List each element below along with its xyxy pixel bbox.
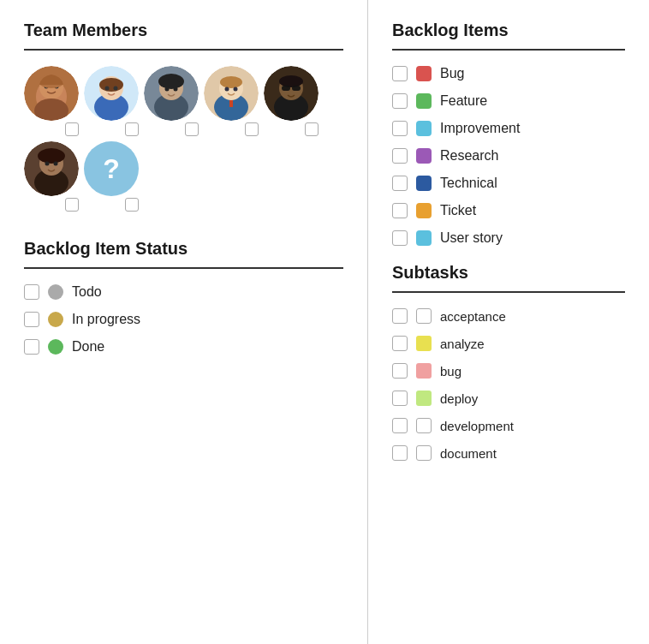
member-item: ? bbox=[84, 141, 139, 212]
member-item bbox=[144, 66, 199, 136]
subtask-label-analyze: analyze bbox=[440, 337, 485, 351]
status-dot-todo bbox=[48, 284, 63, 300]
status-checkbox-todo[interactable] bbox=[24, 284, 39, 300]
subtask-outer-checkbox-bug[interactable] bbox=[392, 363, 408, 379]
backlog-item-feature: Feature bbox=[392, 93, 625, 109]
svg-point-19 bbox=[165, 87, 170, 92]
svg-point-12 bbox=[114, 86, 118, 91]
backlog-checkbox-improvement[interactable] bbox=[392, 121, 408, 136]
status-item-todo: Todo bbox=[24, 284, 343, 300]
backlog-checkbox-ticket[interactable] bbox=[392, 203, 408, 218]
member-checkbox[interactable] bbox=[305, 122, 319, 136]
subtask-item-analyze: analyze bbox=[392, 336, 622, 351]
status-item-in-progress: In progress bbox=[24, 312, 343, 327]
subtask-label-bug: bug bbox=[440, 364, 461, 379]
backlog-color-ticket bbox=[416, 203, 432, 218]
backlog-color-improvement bbox=[416, 121, 432, 136]
avatar bbox=[24, 141, 79, 196]
subtasks-section: Subtasks acceptance analyze bug bbox=[392, 263, 625, 473]
subtask-label-acceptance: acceptance bbox=[440, 309, 506, 324]
avatar bbox=[84, 66, 139, 121]
svg-point-11 bbox=[105, 86, 110, 91]
team-members-title: Team Members bbox=[24, 21, 343, 40]
backlog-label-user-story: User story bbox=[440, 230, 503, 246]
member-checkbox[interactable] bbox=[125, 198, 139, 212]
status-label-done: Done bbox=[72, 339, 104, 355]
subtask-inner-checkbox-document[interactable] bbox=[416, 445, 432, 461]
subtask-color-deploy bbox=[416, 391, 432, 406]
backlog-items-title: Backlog Items bbox=[392, 21, 625, 40]
backlog-color-user-story bbox=[416, 230, 432, 246]
svg-point-26 bbox=[234, 87, 238, 92]
status-item-done: Done bbox=[24, 339, 343, 355]
svg-point-37 bbox=[38, 148, 65, 164]
subtask-item-bug: bug bbox=[392, 363, 622, 379]
backlog-item-status-title: Backlog Item Status bbox=[24, 239, 343, 259]
subtask-outer-checkbox-deploy[interactable] bbox=[392, 391, 408, 406]
backlog-color-technical bbox=[416, 176, 432, 191]
avatar bbox=[204, 66, 259, 121]
subtask-label-development: development bbox=[440, 419, 514, 433]
backlog-checkbox-bug[interactable] bbox=[392, 66, 408, 81]
subtask-inner-checkbox-acceptance[interactable] bbox=[416, 308, 432, 324]
backlog-item-user-story: User story bbox=[392, 230, 625, 246]
subtask-item-development: development bbox=[392, 418, 622, 433]
avatar bbox=[264, 66, 319, 121]
status-checkbox-in-progress[interactable] bbox=[24, 312, 39, 327]
subtask-item-acceptance: acceptance bbox=[392, 308, 622, 324]
subtasks-divider bbox=[392, 291, 625, 293]
status-label-in-progress: In progress bbox=[72, 312, 140, 327]
subtask-inner-checkbox-development[interactable] bbox=[416, 418, 432, 433]
subtask-item-deploy: deploy bbox=[392, 391, 622, 406]
svg-point-24 bbox=[220, 76, 242, 88]
status-dot-in-progress bbox=[48, 312, 63, 327]
status-label-todo: Todo bbox=[72, 284, 102, 300]
backlog-item-bug: Bug bbox=[392, 66, 625, 81]
member-checkbox[interactable] bbox=[185, 122, 199, 136]
member-checkbox[interactable] bbox=[125, 122, 139, 136]
team-members-grid: ? bbox=[24, 66, 343, 212]
svg-rect-27 bbox=[229, 100, 233, 107]
svg-point-25 bbox=[225, 87, 229, 92]
subtask-outer-checkbox-document[interactable] bbox=[392, 445, 408, 461]
backlog-items-section: Backlog Items Bug Feature Improvement Re… bbox=[392, 21, 625, 246]
svg-point-20 bbox=[174, 87, 178, 92]
svg-rect-33 bbox=[292, 86, 301, 91]
backlog-checkbox-technical[interactable] bbox=[392, 176, 408, 191]
svg-point-31 bbox=[279, 75, 303, 87]
member-checkbox[interactable] bbox=[65, 122, 79, 136]
backlog-checkbox-feature[interactable] bbox=[392, 93, 408, 109]
subtasks-title: Subtasks bbox=[392, 263, 625, 283]
backlog-label-ticket: Ticket bbox=[440, 203, 476, 218]
subtasks-list: acceptance analyze bug deploy develo bbox=[392, 308, 625, 473]
member-item bbox=[264, 66, 319, 136]
svg-point-38 bbox=[45, 162, 50, 166]
backlog-checkbox-user-story[interactable] bbox=[392, 230, 408, 246]
subtask-item-document: document bbox=[392, 445, 622, 461]
subtask-label-document: document bbox=[440, 446, 497, 461]
backlog-label-improvement: Improvement bbox=[440, 121, 520, 136]
backlog-items-divider bbox=[392, 49, 625, 51]
backlog-label-feature: Feature bbox=[440, 93, 487, 109]
backlog-item-status-section: Backlog Item Status Todo In progress Don… bbox=[24, 239, 343, 355]
backlog-color-bug bbox=[416, 66, 432, 81]
backlog-item-improvement: Improvement bbox=[392, 121, 625, 136]
member-checkbox[interactable] bbox=[245, 122, 259, 136]
subtask-outer-checkbox-analyze[interactable] bbox=[392, 336, 408, 351]
backlog-label-bug: Bug bbox=[440, 66, 464, 81]
backlog-checkbox-research[interactable] bbox=[392, 148, 408, 164]
backlog-item-ticket: Ticket bbox=[392, 203, 625, 218]
backlog-label-research: Research bbox=[440, 148, 498, 164]
status-checkbox-done[interactable] bbox=[24, 339, 39, 355]
subtask-outer-checkbox-development[interactable] bbox=[392, 418, 408, 433]
subtask-outer-checkbox-acceptance[interactable] bbox=[392, 308, 408, 324]
status-divider bbox=[24, 267, 343, 269]
status-dot-done bbox=[48, 339, 63, 355]
avatar bbox=[24, 66, 79, 121]
member-item bbox=[204, 66, 259, 136]
member-item bbox=[24, 141, 79, 212]
subtask-color-bug bbox=[416, 363, 432, 379]
team-members-divider bbox=[24, 49, 343, 51]
member-checkbox[interactable] bbox=[65, 198, 79, 212]
svg-point-10 bbox=[99, 78, 123, 92]
